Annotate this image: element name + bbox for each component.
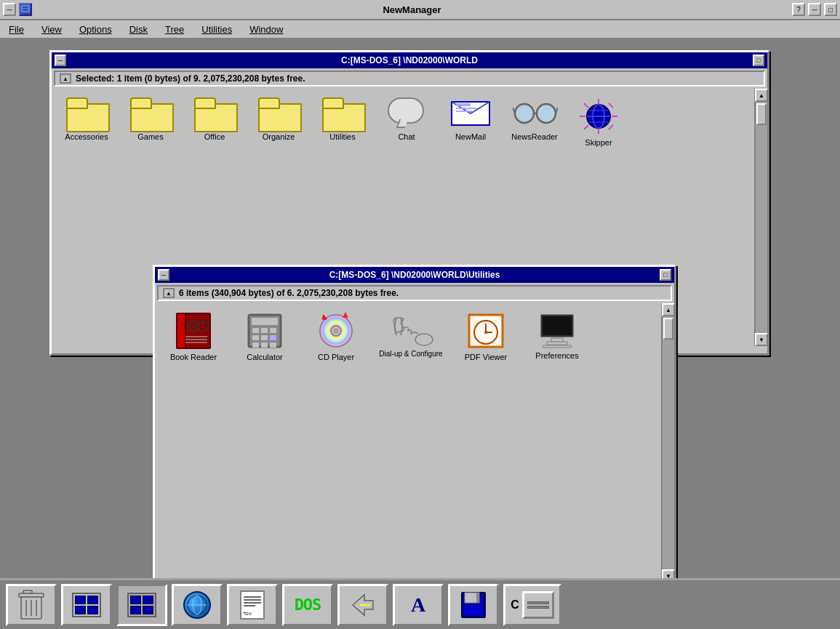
app-title: NewManager bbox=[32, 4, 792, 15]
maximize-btn[interactable]: □ bbox=[824, 3, 837, 16]
folder-organize[interactable]: Organize bbox=[249, 95, 308, 150]
preferences-icon bbox=[537, 312, 577, 348]
screens-grid-active-icon bbox=[127, 593, 156, 617]
taskbar-drive-c[interactable]: C bbox=[503, 584, 561, 626]
screen-cell bbox=[130, 606, 141, 614]
scroll-thumb[interactable] bbox=[756, 103, 767, 125]
taskbar-dos[interactable]: DOS bbox=[282, 584, 333, 626]
svg-rect-44 bbox=[252, 342, 259, 348]
win1-scrollbar[interactable]: ▲ ▼ bbox=[754, 89, 767, 346]
svg-line-12 bbox=[556, 108, 558, 113]
drive-icon bbox=[522, 591, 554, 619]
win2-scroll-track[interactable] bbox=[663, 316, 674, 569]
svg-rect-38 bbox=[252, 328, 259, 333]
win1-system-btn[interactable]: ─ bbox=[55, 55, 66, 66]
svg-rect-3 bbox=[456, 103, 471, 106]
win2-scroll-thumb[interactable] bbox=[663, 318, 673, 340]
statusbar2-icon: ▲ bbox=[163, 288, 175, 298]
file-pdf-viewer[interactable]: PDF Viewer bbox=[453, 309, 519, 364]
minimize-btn[interactable]: ─ bbox=[808, 3, 821, 16]
win2-scrollbar[interactable]: ▲ ▼ bbox=[661, 303, 674, 582]
scroll-track[interactable] bbox=[756, 102, 767, 333]
calculator-icon bbox=[246, 312, 284, 350]
scroll-up-btn[interactable]: ▲ bbox=[755, 89, 768, 102]
svg-line-19 bbox=[584, 125, 588, 129]
taskbar-icon bbox=[19, 3, 32, 16]
file-book-reader[interactable]: Book Reader bbox=[161, 309, 226, 364]
taskbar-floppy[interactable] bbox=[448, 584, 499, 626]
svg-point-52 bbox=[415, 334, 433, 345]
file-skipper[interactable]: Skipper bbox=[569, 95, 628, 150]
win2-system-btn[interactable]: ─ bbox=[158, 269, 169, 281]
document-icon: אנד bbox=[238, 592, 267, 618]
svg-rect-41 bbox=[252, 335, 259, 340]
folder-utilities[interactable]: Utilities bbox=[313, 95, 372, 150]
file-chat[interactable]: Chat bbox=[377, 95, 436, 150]
file-dialup[interactable]: Dial-up & Configure bbox=[375, 309, 447, 364]
folder-games-label: Games bbox=[137, 132, 163, 141]
file-newmail-label: NewMail bbox=[455, 132, 486, 141]
win2-scroll-up-btn[interactable]: ▲ bbox=[662, 303, 675, 316]
file-calculator[interactable]: Calculator bbox=[232, 309, 297, 364]
trash-icon bbox=[17, 592, 46, 618]
taskbar-screen-grid-1[interactable] bbox=[61, 584, 112, 626]
menu-view[interactable]: View bbox=[39, 23, 65, 36]
book-reader-icon bbox=[174, 312, 213, 350]
win2-maximize-btn[interactable]: □ bbox=[660, 269, 671, 281]
svg-point-49 bbox=[334, 329, 338, 333]
win2-titlebar: ─ C:[MS-DOS_6] \ND02000\WORLD\Utilities … bbox=[155, 267, 674, 283]
win1-maximize-btn[interactable]: □ bbox=[753, 55, 764, 66]
win2-content-area: Book Reader bbox=[155, 303, 674, 582]
svg-rect-27 bbox=[177, 313, 185, 348]
screen-cell bbox=[75, 596, 86, 604]
titlebar-left: ─ bbox=[3, 3, 32, 16]
taskbar-globe[interactable] bbox=[172, 584, 223, 626]
globe-shape bbox=[183, 591, 211, 619]
svg-text:אנד: אנד bbox=[243, 610, 252, 617]
statusbar-icon: ▲ bbox=[60, 73, 71, 84]
screen-cell bbox=[143, 596, 153, 604]
menu-options[interactable]: Options bbox=[76, 23, 115, 36]
file-newmail[interactable]: NewMail bbox=[441, 95, 500, 150]
system-menu-btn[interactable]: ─ bbox=[3, 3, 16, 16]
folder-office[interactable]: Office bbox=[185, 95, 244, 150]
menu-window[interactable]: Window bbox=[247, 23, 286, 36]
menu-file[interactable]: File bbox=[6, 23, 27, 36]
folder-accessories[interactable]: Accessories bbox=[57, 95, 116, 150]
taskbar-letter-a[interactable]: A bbox=[393, 584, 444, 626]
taskbar-arrow[interactable] bbox=[337, 584, 388, 626]
taskbar-trash[interactable] bbox=[6, 584, 57, 626]
window-utilities: ─ C:[MS-DOS_6] \ND02000\WORLD\Utilities … bbox=[153, 265, 676, 588]
win2-title: C:[MS-DOS_6] \ND02000\WORLD\Utilities bbox=[169, 270, 660, 280]
file-newsreader[interactable]: NewsReader bbox=[505, 95, 564, 150]
svg-rect-62 bbox=[543, 345, 572, 348]
svg-rect-59 bbox=[543, 316, 572, 335]
svg-rect-45 bbox=[261, 342, 268, 348]
drive-slot-2 bbox=[527, 606, 549, 609]
menu-tree[interactable]: Tree bbox=[162, 23, 187, 36]
chat-bubble-shape bbox=[388, 97, 424, 124]
svg-point-9 bbox=[538, 105, 554, 121]
drive-c-label: C bbox=[511, 598, 519, 612]
file-cd-player[interactable]: CD Player bbox=[303, 309, 369, 364]
menu-utilities[interactable]: Utilities bbox=[199, 23, 235, 36]
taskbar-screen-grid-2[interactable] bbox=[116, 584, 167, 626]
help-btn[interactable]: ? bbox=[792, 3, 805, 16]
glasses-icon bbox=[513, 97, 556, 129]
svg-marker-50 bbox=[322, 315, 327, 319]
win2-status-text: 6 items (340,904 bytes) of 6. 2,075,230,… bbox=[179, 288, 399, 298]
taskbar-document[interactable]: אנד bbox=[227, 584, 278, 626]
dos-text: DOS bbox=[295, 596, 321, 614]
file-preferences[interactable]: Preferences bbox=[524, 309, 590, 364]
scroll-down-btn[interactable]: ▼ bbox=[755, 333, 768, 346]
menu-disk[interactable]: Disk bbox=[127, 23, 151, 36]
svg-rect-83 bbox=[463, 606, 484, 616]
folder-organize-icon bbox=[258, 97, 299, 129]
screen-cell bbox=[87, 596, 98, 604]
cd-player-icon bbox=[316, 312, 356, 350]
svg-rect-39 bbox=[261, 328, 268, 333]
win1-status-text: Selected: 1 item (0 bytes) of 9. 2,075,2… bbox=[76, 73, 305, 84]
folder-games[interactable]: Games bbox=[121, 95, 180, 150]
file-skipper-label: Skipper bbox=[585, 138, 612, 147]
file-newsreader-label: NewsReader bbox=[511, 132, 558, 141]
